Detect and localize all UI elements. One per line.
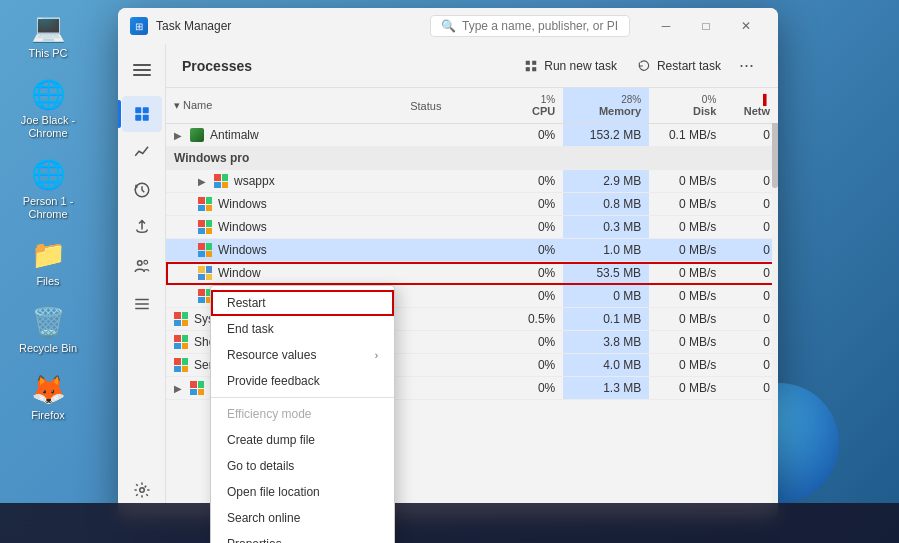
- desktop-icon-recycle-bin[interactable]: 🗑️ Recycle Bin: [12, 300, 84, 359]
- firefox-icon: 🦊: [30, 371, 66, 407]
- chrome-icon-2: 🌐: [30, 157, 66, 193]
- person1-chrome-label: Person 1 -Chrome: [23, 195, 74, 221]
- table-header: ▾ Name Status 1% CPU 28%: [166, 88, 778, 124]
- files-label: Files: [36, 275, 59, 288]
- svg-rect-0: [135, 107, 141, 113]
- search-box[interactable]: 🔍: [430, 15, 630, 37]
- scrollbar[interactable]: [772, 88, 778, 518]
- svg-rect-1: [142, 107, 148, 113]
- desktop-icon-joe-black-chrome[interactable]: 🌐 Joe Black -Chrome: [12, 72, 84, 144]
- desktop-icon-firefox[interactable]: 🦊 Firefox: [12, 367, 84, 426]
- users-icon: [133, 257, 151, 275]
- this-pc-label: This PC: [28, 47, 67, 60]
- col-name[interactable]: ▾ Name: [166, 88, 402, 124]
- svg-rect-13: [526, 67, 530, 71]
- recycle-bin-icon: 🗑️: [30, 304, 66, 340]
- process-icon: [198, 243, 212, 257]
- context-menu-separator: [211, 397, 394, 398]
- table-row[interactable]: ▶ wsappx 0% 2.9 MB 0 MB/s 0: [166, 170, 778, 193]
- svg-point-6: [143, 260, 147, 264]
- window-title: Task Manager: [156, 19, 430, 33]
- maximize-button[interactable]: □: [686, 8, 726, 44]
- table-row[interactable]: Window 0% 53.5 MB 0 MB/s 0: [166, 262, 778, 285]
- process-icon: [198, 266, 212, 280]
- desktop-icons: 💻 This PC 🌐 Joe Black -Chrome 🌐 Person 1…: [12, 5, 84, 427]
- close-button[interactable]: ✕: [726, 8, 766, 44]
- expand-icon[interactable]: ▶: [198, 176, 206, 187]
- context-menu-item-create-dump[interactable]: Create dump file: [211, 427, 394, 453]
- table-row[interactable]: Windows 0% 0.8 MB 0 MB/s 0: [166, 193, 778, 216]
- context-menu-item-resource-values[interactable]: Resource values ›: [211, 342, 394, 368]
- run-new-task-button[interactable]: Run new task: [514, 54, 627, 78]
- table-row[interactable]: ▶ Antimalw 0% 153.2 MB 0.1 MB/s 0: [166, 124, 778, 147]
- svg-rect-14: [532, 67, 536, 71]
- sidebar-item-users[interactable]: [122, 248, 162, 284]
- context-menu-item-search-online[interactable]: Search online: [211, 505, 394, 531]
- desktop-icon-person1-chrome[interactable]: 🌐 Person 1 -Chrome: [12, 153, 84, 225]
- process-icon: [214, 174, 228, 188]
- run-icon: [524, 59, 538, 73]
- submenu-arrow-icon: ›: [375, 350, 378, 361]
- expand-icon[interactable]: ▶: [174, 130, 182, 141]
- startup-icon: [133, 219, 151, 237]
- context-menu-item-end-task[interactable]: End task: [211, 316, 394, 342]
- restart-task-button[interactable]: Restart task: [627, 54, 731, 78]
- context-menu-item-restart[interactable]: Restart: [211, 290, 394, 316]
- col-network[interactable]: ▌ Netw: [724, 88, 778, 124]
- search-icon: 🔍: [441, 19, 456, 33]
- sidebar-item-history[interactable]: [122, 172, 162, 208]
- search-input[interactable]: [462, 19, 619, 33]
- window-controls: ─ □ ✕: [646, 8, 766, 44]
- history-icon: [133, 181, 151, 199]
- desktop: 💻 This PC 🌐 Joe Black -Chrome 🌐 Person 1…: [0, 0, 899, 543]
- toolbar: Processes Run new task Restart task ···: [166, 44, 778, 88]
- settings-icon: [133, 481, 151, 499]
- process-icon: [198, 197, 212, 211]
- firefox-label: Firefox: [31, 409, 65, 422]
- context-menu-item-go-to-details[interactable]: Go to details: [211, 453, 394, 479]
- table-row: Windows pro: [166, 147, 778, 170]
- sidebar-item-processes[interactable]: [122, 96, 162, 132]
- taskbar[interactable]: [0, 503, 899, 543]
- chrome-icon-1: 🌐: [30, 76, 66, 112]
- recycle-bin-label: Recycle Bin: [19, 342, 77, 355]
- process-icon: [174, 335, 188, 349]
- processes-title: Processes: [182, 58, 514, 74]
- sidebar-item-startup[interactable]: [122, 210, 162, 246]
- details-icon: [133, 295, 151, 313]
- process-icon: [174, 358, 188, 372]
- sidebar-hamburger[interactable]: [122, 52, 162, 88]
- svg-point-5: [137, 261, 142, 266]
- process-icon: [190, 128, 204, 142]
- col-status[interactable]: Status: [402, 88, 488, 124]
- files-icon: 📁: [30, 237, 66, 273]
- sidebar: [118, 44, 166, 518]
- table-row[interactable]: Windows 0% 0.3 MB 0 MB/s 0: [166, 216, 778, 239]
- restart-icon: [637, 59, 651, 73]
- expand-icon[interactable]: ▶: [174, 383, 182, 394]
- process-icon: [190, 381, 204, 395]
- this-pc-icon: 💻: [30, 9, 66, 45]
- col-memory[interactable]: 28% Memory: [563, 88, 649, 124]
- desktop-icon-files[interactable]: 📁 Files: [12, 233, 84, 292]
- sidebar-item-details[interactable]: [122, 286, 162, 322]
- context-menu: Restart End task Resource values › Provi…: [210, 285, 395, 543]
- sidebar-item-performance[interactable]: [122, 134, 162, 170]
- svg-rect-12: [532, 60, 536, 64]
- context-menu-item-open-file-location[interactable]: Open file location: [211, 479, 394, 505]
- context-menu-item-provide-feedback[interactable]: Provide feedback: [211, 368, 394, 394]
- table-row[interactable]: Windows 0% 1.0 MB 0 MB/s 0: [166, 239, 778, 262]
- processes-icon: [133, 105, 151, 123]
- context-menu-item-efficiency-mode: Efficiency mode: [211, 401, 394, 427]
- minimize-button[interactable]: ─: [646, 8, 686, 44]
- process-icon: [174, 312, 188, 326]
- context-menu-item-properties[interactable]: Properties: [211, 531, 394, 543]
- desktop-icon-this-pc[interactable]: 💻 This PC: [12, 5, 84, 64]
- process-icon: [198, 220, 212, 234]
- col-disk[interactable]: 0% Disk: [649, 88, 724, 124]
- more-options-button[interactable]: ···: [731, 51, 762, 80]
- title-bar: ⊞ Task Manager 🔍 ─ □ ✕: [118, 8, 778, 44]
- col-cpu[interactable]: 1% CPU: [488, 88, 563, 124]
- performance-icon: [133, 143, 151, 161]
- svg-rect-11: [526, 60, 530, 64]
